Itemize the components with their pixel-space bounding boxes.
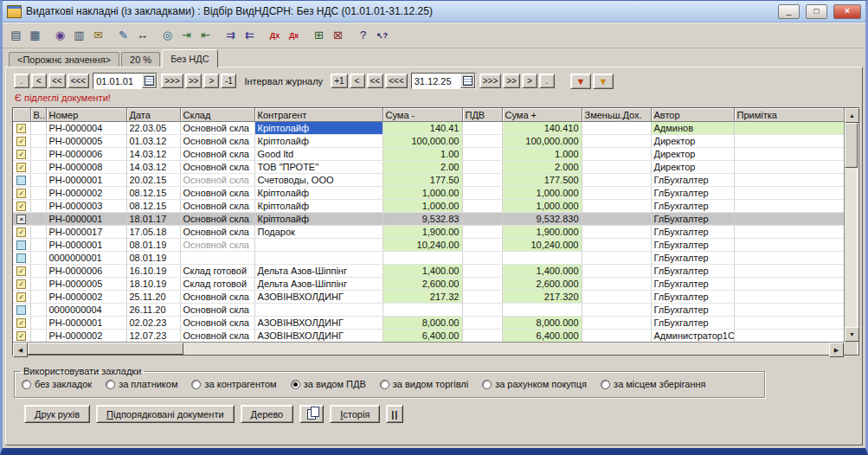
table-row[interactable]: РН-000000120.02.15Основной склаСчетоводы… bbox=[13, 174, 844, 187]
cell-icon[interactable] bbox=[13, 239, 30, 252]
cell-icon[interactable]: × bbox=[13, 213, 30, 226]
cell-note[interactable] bbox=[734, 239, 844, 252]
cell-sum_minus[interactable] bbox=[383, 252, 462, 265]
cell-note[interactable] bbox=[734, 330, 844, 343]
cell-sum_plus[interactable]: 1,900.000 bbox=[502, 226, 582, 239]
cell-zmensh[interactable] bbox=[582, 161, 651, 174]
cell-sum_plus[interactable]: 100,000.000 bbox=[502, 135, 582, 148]
cell-date[interactable]: 18.01.17 bbox=[126, 213, 180, 226]
scroll-right-button[interactable]: ▶ bbox=[829, 343, 844, 357]
horizontal-scrollbar[interactable]: ◀ ▶ bbox=[13, 342, 844, 355]
cell-note[interactable] bbox=[734, 317, 844, 330]
cell-date[interactable]: 22.03.05 bbox=[126, 122, 180, 135]
cell-num[interactable]: РН-0000001 bbox=[46, 174, 126, 187]
cell-zmensh[interactable] bbox=[582, 148, 651, 161]
column-header-date[interactable]: Дата bbox=[126, 108, 180, 122]
cell-icon[interactable] bbox=[13, 252, 30, 265]
cell-author[interactable]: ГлБухгалтер bbox=[651, 252, 734, 265]
cell-zmensh[interactable] bbox=[582, 122, 651, 135]
cell-contr[interactable]: ТОВ "ПРОТЕ" bbox=[254, 161, 383, 174]
cell-date[interactable]: 20.02.15 bbox=[126, 174, 180, 187]
column-header-zmensh[interactable]: Зменьш.Дох. bbox=[582, 108, 651, 122]
cell-sklad[interactable]: Склад готовой bbox=[180, 278, 254, 291]
cell-v[interactable] bbox=[30, 174, 46, 187]
cell-pdv[interactable] bbox=[462, 278, 502, 291]
radio-option-4[interactable]: за видом ПДВ bbox=[291, 379, 366, 389]
cell-icon[interactable]: ✓ bbox=[13, 148, 30, 161]
title-bar[interactable]: Видаткові накладні (із закладками) : Від… bbox=[3, 1, 865, 22]
cell-zmensh[interactable] bbox=[582, 252, 651, 265]
cell-author[interactable]: ГлБухгалтер bbox=[651, 239, 734, 252]
horizontal-scroll-track[interactable] bbox=[28, 343, 829, 355]
cell-sum_minus[interactable]: 10,240.00 bbox=[383, 239, 462, 252]
cell-v[interactable] bbox=[30, 278, 46, 291]
cell-v[interactable] bbox=[30, 122, 46, 135]
cell-sum_plus[interactable]: 2,600.000 bbox=[502, 278, 582, 291]
cell-contr[interactable]: Кріптолайф bbox=[254, 135, 383, 148]
cell-note[interactable] bbox=[734, 200, 844, 213]
cell-pdv[interactable] bbox=[462, 252, 502, 265]
cell-icon[interactable]: ✓ bbox=[13, 200, 30, 213]
cell-num[interactable]: РН-0000005 bbox=[46, 278, 126, 291]
cell-v[interactable] bbox=[30, 135, 46, 148]
cell-num[interactable]: РН-0000002 bbox=[46, 187, 126, 200]
cell-v[interactable] bbox=[30, 330, 46, 343]
table-row[interactable]: ✓РН-000000501.03.12Основной склаКріптола… bbox=[13, 135, 844, 148]
cell-sum_minus[interactable]: 140.41 bbox=[383, 122, 462, 135]
cell-note[interactable] bbox=[734, 148, 844, 161]
cell-sum_plus[interactable]: 9,532.830 bbox=[502, 213, 582, 226]
cell-zmensh[interactable] bbox=[582, 291, 651, 304]
cell-sum_minus[interactable]: 6,400.00 bbox=[383, 330, 462, 343]
cell-contr[interactable] bbox=[254, 304, 383, 317]
cell-sklad[interactable]: Основной скла bbox=[180, 291, 254, 304]
cell-icon[interactable] bbox=[13, 304, 30, 317]
find-icon[interactable]: ◎ bbox=[158, 27, 177, 44]
column-header-icon[interactable] bbox=[13, 108, 30, 122]
cell-v[interactable] bbox=[30, 304, 46, 317]
cell-note[interactable] bbox=[734, 252, 844, 265]
cell-contr[interactable]: Кріптолайф bbox=[254, 122, 383, 135]
cell-icon[interactable]: ✓ bbox=[13, 226, 30, 239]
cell-icon[interactable]: ✓ bbox=[13, 291, 30, 304]
cell-author[interactable]: Админов bbox=[651, 122, 734, 135]
cell-num[interactable]: РН-0000004 bbox=[46, 122, 126, 135]
cell-contr[interactable]: АЗОВІНВХОЛДИНГ bbox=[254, 291, 383, 304]
cell-v[interactable] bbox=[30, 187, 46, 200]
cell-v[interactable] bbox=[30, 161, 46, 174]
table-row[interactable]: ✓РН-000000614.03.12Основной склаGood ltd… bbox=[13, 148, 844, 161]
cell-note[interactable] bbox=[734, 174, 844, 187]
cell-pdv[interactable] bbox=[462, 330, 502, 343]
column-header-sum_minus[interactable]: Сума - bbox=[383, 108, 462, 122]
print-icon[interactable]: ▤ bbox=[7, 27, 25, 44]
cell-author[interactable]: Директор bbox=[651, 135, 734, 148]
cell-contr[interactable]: Подарок bbox=[254, 226, 383, 239]
tab-3[interactable]: Без НДС bbox=[162, 49, 218, 67]
scroll-left-button[interactable]: ◀ bbox=[13, 343, 28, 357]
table-row[interactable]: ✓РН-000000814.03.12Основной склаТОВ "ПРО… bbox=[13, 161, 844, 174]
nav-to-fwd-1[interactable]: >>> bbox=[479, 74, 502, 88]
context-help-icon[interactable]: ↖? bbox=[373, 27, 391, 44]
cell-zmensh[interactable] bbox=[582, 317, 651, 330]
nav-from-step-4[interactable]: <<< bbox=[68, 74, 90, 88]
cell-note[interactable] bbox=[734, 291, 844, 304]
cell-num[interactable]: РН-0000006 bbox=[46, 148, 126, 161]
tree-button[interactable]: Дерево bbox=[241, 405, 294, 423]
goto-forward-icon[interactable]: ⇥ bbox=[177, 27, 196, 44]
search-author-icon[interactable]: ◉ bbox=[51, 27, 69, 44]
pause-button[interactable]: || bbox=[386, 405, 403, 423]
cell-note[interactable] bbox=[734, 135, 844, 148]
cell-note[interactable] bbox=[734, 304, 844, 317]
vertical-scrollbar[interactable]: ▲ ▼ bbox=[844, 108, 857, 342]
table-row[interactable]: 000000000108.01.19ГлБухгалтер bbox=[13, 252, 844, 265]
interval-plus-button[interactable]: +1 bbox=[331, 74, 347, 88]
mail-icon[interactable]: ✉ bbox=[89, 27, 107, 44]
exclude-from-journal-icon[interactable]: ⊠ bbox=[329, 27, 347, 44]
cell-pdv[interactable] bbox=[462, 161, 502, 174]
cell-num[interactable]: РН-0000001 bbox=[46, 213, 126, 226]
cell-sklad[interactable]: Основной скла bbox=[180, 239, 254, 252]
cell-sum_minus[interactable]: 9,532.83 bbox=[383, 213, 462, 226]
cell-date[interactable]: 25.11.20 bbox=[126, 291, 180, 304]
cell-author[interactable]: ГлБухгалтер bbox=[651, 304, 734, 317]
cell-num[interactable]: РН-0000005 bbox=[46, 135, 126, 148]
cell-pdv[interactable] bbox=[462, 200, 502, 213]
